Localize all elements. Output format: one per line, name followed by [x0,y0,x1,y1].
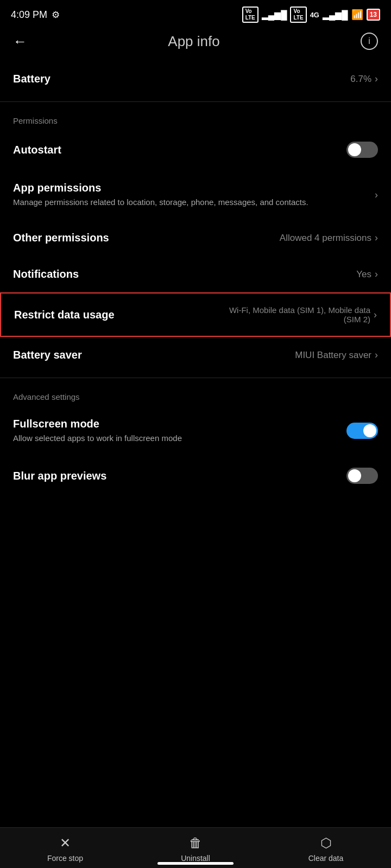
app-permissions-chevron: › [375,189,378,201]
restrict-data-item[interactable]: Restrict data usage Wi-Fi, Mobile data (… [0,292,391,337]
blur-previews-label: Blur app previews [13,470,106,482]
info-icon: i [368,36,370,46]
other-permissions-chevron: › [375,232,378,244]
uninstall-icon: 🗑 [189,835,202,851]
advanced-settings-label: Advanced settings [0,382,391,406]
app-permissions-label: App permissions [13,182,375,194]
battery-chevron: › [375,73,378,85]
force-stop-button[interactable]: ✕ Force stop [0,835,130,863]
info-button[interactable]: i [361,33,378,50]
restrict-data-label: Restrict data usage [14,309,115,321]
permissions-section-label: Permissions [0,106,391,130]
battery-label: Battery [13,73,51,85]
clear-data-icon: ⬡ [320,835,332,851]
notifications-value: Yes [356,269,371,280]
uninstall-label: Uninstall [181,854,210,863]
fullscreen-mode-subtitle: Allow selected apps to work in fullscree… [13,432,346,444]
fullscreen-mode-item[interactable]: Fullscreen mode Allow selected apps to w… [0,406,391,456]
autostart-toggle-knob [348,143,361,156]
other-permissions-label: Other permissions [13,232,109,244]
force-stop-icon: ✕ [60,835,71,851]
uninstall-button[interactable]: 🗑 Uninstall [130,835,261,863]
autostart-label: Autostart [13,144,61,156]
volte-icon-1: VoLTE [242,7,258,23]
fullscreen-toggle[interactable] [346,423,378,439]
blur-previews-toggle-knob [348,469,361,482]
advanced-settings-section: Advanced settings Fullscreen mode Allow … [0,382,391,496]
divider-1 [0,101,391,102]
notifications-chevron: › [375,269,378,280]
battery-item[interactable]: Battery 6.7% › [0,61,391,97]
back-button[interactable]: ← [13,33,27,50]
status-bar: 4:09 PM ⚙ VoLTE ▂▄▆█ VoLTE 4G ▂▄▆█ 📶 13 [0,0,391,27]
app-permissions-item[interactable]: App permissions Manage permissions relat… [0,170,391,220]
status-left: 4:09 PM ⚙ [11,9,60,21]
time-display: 4:09 PM [11,9,47,21]
signal-bars-1: ▂▄▆█ [262,10,287,20]
clear-data-label: Clear data [308,854,344,863]
divider-2 [0,378,391,378]
battery-saver-chevron: › [375,349,378,361]
battery-saver-item[interactable]: Battery saver MIUI Battery saver › [0,337,391,373]
clear-data-button[interactable]: ⬡ Clear data [261,835,391,863]
gear-icon: ⚙ [52,9,60,21]
page-title: App info [168,33,219,50]
notifications-label: Notifications [13,268,79,280]
bottom-pad [0,496,391,561]
status-right: VoLTE ▂▄▆█ VoLTE 4G ▂▄▆█ 📶 13 [242,7,380,23]
battery-saver-label: Battery saver [13,349,82,361]
battery-value: 6.7% [350,74,371,85]
restrict-data-chevron: › [374,309,377,321]
notifications-item[interactable]: Notifications Yes › [0,256,391,292]
battery-saver-value: MIUI Battery saver [295,350,371,361]
app-permissions-subtitle: Manage permissions related to location, … [13,196,375,208]
autostart-item[interactable]: Autostart [0,130,391,170]
force-stop-label: Force stop [47,854,83,863]
app-header: ← App info i [0,27,391,61]
fullscreen-mode-label: Fullscreen mode [13,418,346,430]
blur-previews-toggle[interactable] [346,468,378,484]
other-permissions-item[interactable]: Other permissions Allowed 4 permissions … [0,220,391,256]
permissions-section: Permissions Autostart App permissions Ma… [0,106,391,256]
home-indicator [157,862,234,865]
4g-label: 4G [310,11,319,19]
volte-icon-2: VoLTE [290,7,306,23]
battery-indicator: 13 [367,9,380,21]
autostart-toggle[interactable] [346,142,378,158]
restrict-data-value: Wi-Fi, Mobile data (SIM 1), Mobile data … [225,305,370,324]
other-permissions-value: Allowed 4 permissions [280,233,371,244]
blur-previews-item[interactable]: Blur app previews [0,456,391,496]
wifi-icon: 📶 [351,9,363,21]
signal-bars-2: ▂▄▆█ [323,10,348,20]
fullscreen-toggle-knob [363,424,376,437]
